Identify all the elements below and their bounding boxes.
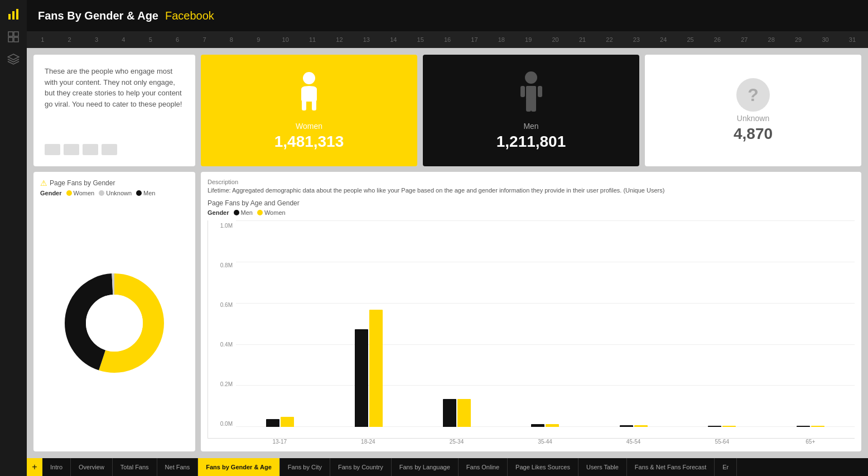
y-label-6: 0.0M <box>208 421 233 427</box>
day-4[interactable]: 4 <box>110 36 137 43</box>
men-card: Men 1,211,801 <box>423 55 639 166</box>
bar-men-13-17 <box>266 419 279 427</box>
day-3[interactable]: 3 <box>83 36 110 43</box>
svg-rect-0 <box>8 14 11 20</box>
day-26[interactable]: 26 <box>704 36 731 43</box>
day-22[interactable]: 22 <box>596 36 623 43</box>
day-7[interactable]: 7 <box>191 36 218 43</box>
unknown-card: ? Unknown 4,870 <box>645 55 861 166</box>
tab-net-fans[interactable]: Net Fans <box>157 458 199 476</box>
y-label-2: 0.8M <box>208 262 233 268</box>
day-14[interactable]: 14 <box>380 36 407 43</box>
svg-point-20 <box>86 295 143 352</box>
x-label-18-24: 18-24 <box>324 439 413 445</box>
legend-text-men: Men <box>143 190 155 196</box>
day-2[interactable]: 2 <box>56 36 83 43</box>
day-6[interactable]: 6 <box>164 36 191 43</box>
legend-label: Gender <box>40 190 62 196</box>
day-23[interactable]: 23 <box>623 36 650 43</box>
page-title: Fans By Gender & Age <box>38 9 158 22</box>
day-25[interactable]: 25 <box>677 36 703 43</box>
day-20[interactable]: 20 <box>542 36 568 43</box>
tab-page-likes-sources[interactable]: Page Likes Sources <box>508 458 578 476</box>
y-label-1: 1.0M <box>208 223 233 229</box>
tab-fans-country[interactable]: Fans by Country <box>330 458 392 476</box>
day-16[interactable]: 16 <box>434 36 461 43</box>
bar-women-25-34 <box>457 399 471 427</box>
svg-rect-6 <box>14 37 18 42</box>
bar-women-65plus <box>811 426 824 427</box>
day-11[interactable]: 11 <box>299 36 326 43</box>
chart-area: 1.0M 0.8M 0.6M 0.4M 0.2M 0.0M <box>208 220 855 445</box>
day-27[interactable]: 27 <box>731 36 758 43</box>
page-subtitle: Facebook <box>165 9 214 22</box>
description-text: These are the people who engage most wit… <box>45 66 184 109</box>
bar-men-45-54 <box>620 425 633 427</box>
tab-fans-city[interactable]: Fans by City <box>280 458 330 476</box>
description-dots <box>45 144 184 155</box>
main-content: Fans By Gender & Age Facebook 1234567891… <box>27 0 868 476</box>
day-18[interactable]: 18 <box>488 36 515 43</box>
grid-icon[interactable] <box>4 28 22 46</box>
day-29[interactable]: 29 <box>785 36 812 43</box>
donut-legend: Gender Women Unknown Men <box>40 190 189 196</box>
day-28[interactable]: 28 <box>758 36 785 43</box>
women-icon <box>292 70 326 119</box>
y-axis: 1.0M 0.8M 0.6M 0.4M 0.2M 0.0M <box>208 220 236 427</box>
chart-icon[interactable] <box>4 6 22 23</box>
women-label: Women <box>296 122 322 131</box>
bar-legend-men: Men <box>234 209 253 216</box>
panel-warning: ⚠ Page Fans by Gender <box>40 179 189 187</box>
bar-groups <box>236 220 855 427</box>
tab-fans-online[interactable]: Fans Online <box>459 458 508 476</box>
legend-text-women: Women <box>74 190 95 196</box>
day-13[interactable]: 13 <box>353 36 380 43</box>
day-1[interactable]: 1 <box>29 36 56 43</box>
legend-dot-unknown <box>99 190 104 196</box>
bar-group-45-54 <box>620 425 648 427</box>
svg-rect-1 <box>12 11 15 20</box>
day-12[interactable]: 12 <box>326 36 353 43</box>
day-31[interactable]: 31 <box>839 36 866 43</box>
day-24[interactable]: 24 <box>650 36 677 43</box>
day-8[interactable]: 8 <box>218 36 245 43</box>
tab-fans-gender-age[interactable]: Fans by Gender & Age <box>198 458 280 476</box>
tab-users-table[interactable]: Users Table <box>578 458 627 476</box>
charts-row: ⚠ Page Fans by Gender Gender Women Unkno… <box>33 172 861 451</box>
bar-group-18-24 <box>355 310 383 427</box>
bar-men-55-64 <box>708 426 721 427</box>
tab-fans-forecast[interactable]: Fans & Net Fans Forecast <box>627 458 715 476</box>
tab-er[interactable]: Er <box>715 458 737 476</box>
bar-men-65plus <box>797 426 810 427</box>
bar-group-55-64 <box>708 426 736 427</box>
day-9[interactable]: 9 <box>245 36 272 43</box>
tab-intro[interactable]: Intro <box>42 458 71 476</box>
bar-women-13-17 <box>281 417 294 427</box>
day-30[interactable]: 30 <box>812 36 838 43</box>
day-10[interactable]: 10 <box>272 36 299 43</box>
unknown-value: 4,870 <box>734 125 773 143</box>
day-19[interactable]: 19 <box>515 36 542 43</box>
day-17[interactable]: 17 <box>461 36 488 43</box>
bar-men-18-24 <box>355 329 368 427</box>
day-21[interactable]: 21 <box>569 36 596 43</box>
bar-legend-dot-men <box>234 210 239 215</box>
unknown-label: Unknown <box>737 114 769 123</box>
tab-total-fans[interactable]: Total Fans <box>113 458 157 476</box>
day-5[interactable]: 5 <box>137 36 164 43</box>
donut-container <box>40 201 189 445</box>
day-15[interactable]: 15 <box>407 36 433 43</box>
men-label: Men <box>523 122 538 131</box>
header: Fans By Gender & Age Facebook <box>27 0 868 31</box>
tab-overview[interactable]: Overview <box>71 458 113 476</box>
x-label-35-44: 35-44 <box>501 439 590 445</box>
description-text-bar: Lifetime: Aggregated demographic data ab… <box>208 186 855 195</box>
svg-rect-2 <box>16 9 18 20</box>
tab-fans-language[interactable]: Fans by Language <box>392 458 459 476</box>
add-tab-button[interactable]: + <box>27 458 42 476</box>
bar-panel: Description Lifetime: Aggregated demogra… <box>201 172 861 451</box>
layers-icon[interactable] <box>4 50 22 68</box>
men-icon <box>516 70 547 119</box>
svg-rect-4 <box>14 32 18 36</box>
legend-women: Women <box>66 190 95 196</box>
